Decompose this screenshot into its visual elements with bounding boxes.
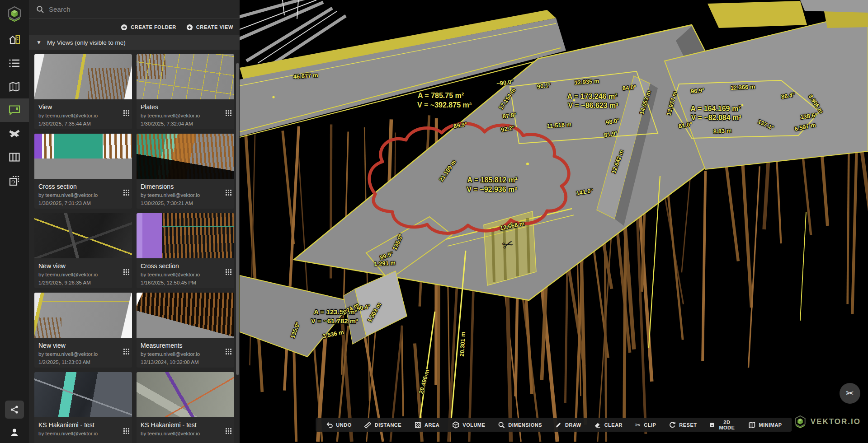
dimensions-button[interactable]: DIMENSIONS [492, 418, 547, 432]
reset-button[interactable]: RESET [663, 418, 702, 432]
share-icon [10, 405, 19, 414]
view-card-author: by teemu.nivell@vektor.io [38, 191, 128, 200]
view-card-menu-button[interactable] [226, 428, 231, 435]
view-card-author: by teemu.nivell@vektor.io [38, 429, 128, 438]
view-card-menu-button[interactable] [226, 269, 231, 276]
view-card-menu-button[interactable] [123, 269, 129, 276]
view-card-grid: View by teemu.nivell@vektor.io 1/30/2025… [29, 50, 240, 443]
view-card-menu-button[interactable] [123, 190, 129, 197]
view-card[interactable]: New view by teemu.nivell@vektor.io 1/2/2… [34, 293, 132, 368]
vektor-logo-icon [7, 6, 22, 22]
dimensions-icon [498, 421, 505, 429]
distance-icon [364, 421, 372, 429]
view-card[interactable]: Measurements by teemu.nivell@vektor.io 1… [137, 293, 234, 368]
sidebar-item-list[interactable] [0, 51, 29, 75]
distance-label: DISTANCE [375, 422, 401, 428]
reset-icon [669, 421, 676, 429]
user-icon [9, 428, 19, 438]
view-card-author: by teemu.nivell@vektor.io [141, 191, 230, 200]
my-views-section-header[interactable]: ▼ My Views (only visible to me) [29, 35, 240, 50]
sidebar-item-map[interactable] [0, 75, 29, 98]
view-thumbnail [137, 293, 234, 338]
vektor-logo-icon [794, 415, 807, 429]
view-card[interactable]: KS Hakaniemi - test by teemu.nivell@vekt… [34, 372, 132, 443]
undo-icon [326, 421, 333, 429]
view-thumbnail [34, 213, 132, 258]
sidebar-item-clip-box[interactable] [0, 169, 29, 192]
clip-icon: ✂ [635, 421, 641, 429]
view-card-date: 1/16/2025, 12:50:45 PM [141, 279, 230, 287]
minimap-button[interactable]: MINIMAP [743, 418, 788, 432]
user-account-button[interactable] [0, 422, 29, 443]
view-card-menu-button[interactable] [226, 190, 231, 197]
clear-button[interactable]: CLEAR [589, 418, 628, 432]
clip-fab-button[interactable]: ✂ [840, 383, 860, 404]
view-card-menu-button[interactable] [123, 428, 129, 435]
sidebar-item-columns[interactable] [0, 145, 29, 169]
vektor-logo-icon[interactable] [0, 0, 29, 28]
search-input[interactable] [49, 5, 232, 13]
view-card-date: 1/30/2025, 7:30:21 AM [141, 200, 230, 207]
grid-menu-icon [123, 349, 129, 354]
view-card[interactable]: Plates by teemu.nivell@vektor.io 1/30/20… [137, 54, 234, 129]
view-card-date: 1/29/2025, 9:26:35 AM [38, 279, 128, 287]
view-card-info: Plates by teemu.nivell@vektor.io 1/30/20… [137, 99, 234, 128]
view-card[interactable]: Cross section by teemu.nivell@vektor.io … [34, 134, 132, 209]
view-card-menu-button[interactable] [123, 110, 129, 117]
2d-mode-button[interactable]: 2D MODE [704, 418, 741, 432]
grid-menu-icon [226, 349, 231, 354]
view-card-menu-button[interactable] [226, 349, 231, 356]
view-card-title: New view [38, 341, 128, 350]
view-card-menu-button[interactable] [123, 349, 129, 356]
draw-button[interactable]: DRAW [549, 418, 587, 432]
search-bar [29, 0, 240, 19]
grid-menu-icon [226, 428, 231, 434]
view-card-date: 1/30/2025, 7:31:23 AM [38, 200, 128, 207]
view-card-title: Measurements [141, 341, 230, 350]
view-card[interactable]: Cross section by teemu.nivell@vektor.io … [137, 213, 234, 288]
create-view-button[interactable]: CREATE VIEW [186, 24, 233, 31]
view-card[interactable]: Dimensions by teemu.nivell@vektor.io 1/3… [137, 134, 234, 209]
draw-icon [555, 421, 562, 429]
view-card-author: by teemu.nivell@vektor.io [141, 270, 230, 279]
list-icon [9, 58, 20, 68]
sidebar-item-saved-views[interactable] [0, 98, 29, 122]
view-card[interactable]: New view by teemu.nivell@vektor.io 1/29/… [34, 213, 132, 288]
view-thumbnail [34, 293, 132, 338]
columns-icon [9, 153, 20, 162]
scene-3d[interactable]: ✂ [240, 0, 868, 443]
view-card-author: by teemu.nivell@vektor.io [38, 350, 128, 359]
panel-scrollbar-thumb[interactable] [236, 63, 239, 375]
plus-circle-icon [186, 24, 193, 31]
view-card-info: Measurements by teemu.nivell@vektor.io 1… [137, 338, 234, 366]
grid-menu-icon [226, 190, 231, 196]
view-card-info: View by teemu.nivell@vektor.io 1/30/2025… [34, 99, 132, 128]
view-card-title: Dimensions [141, 182, 230, 191]
app-window: CREATE FOLDER CREATE VIEW ▼ My Views (on… [0, 0, 868, 443]
saved-views-icon [9, 105, 20, 116]
clip-button[interactable]: ✂ CLIP [630, 418, 661, 432]
minimap-label: MINIMAP [759, 422, 782, 428]
distance-button[interactable]: DISTANCE [359, 418, 407, 432]
grid-menu-icon [123, 428, 129, 434]
view-card[interactable]: KS Hakaniemi - test by teemu.nivell@vekt… [137, 372, 234, 443]
view-card[interactable]: View by teemu.nivell@vektor.io 1/30/2025… [34, 54, 132, 129]
panel-scrollbar [236, 51, 239, 441]
view-card-menu-button[interactable] [226, 110, 231, 117]
minimap-icon [749, 421, 756, 429]
share-button[interactable] [0, 397, 29, 422]
create-folder-button[interactable]: CREATE FOLDER [121, 24, 176, 31]
undo-button[interactable]: UNDO [320, 418, 357, 432]
view-card-date: 1/30/2025, 7:32:04 AM [141, 120, 230, 128]
grid-menu-icon [123, 190, 129, 196]
plus-circle-icon [121, 24, 127, 31]
area-button[interactable]: AREA [409, 418, 445, 432]
view-card-date: 1/2/2025, 11:23:03 AM [38, 359, 128, 366]
view-thumbnail [34, 54, 132, 99]
volume-icon [452, 421, 459, 429]
volume-button[interactable]: VOLUME [447, 418, 491, 432]
sidebar-item-project[interactable] [0, 28, 29, 51]
view-card-info: Dimensions by teemu.nivell@vektor.io 1/3… [137, 179, 234, 207]
grid-menu-icon [226, 269, 231, 275]
sidebar-item-measure-tools[interactable] [0, 122, 29, 145]
